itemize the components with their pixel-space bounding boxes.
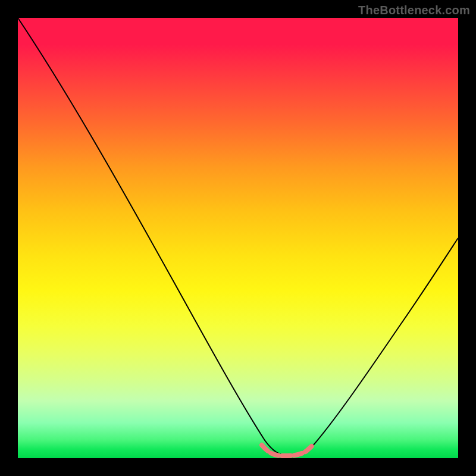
plot-area — [18, 18, 458, 458]
curve-layer — [18, 18, 458, 458]
bottleneck-curve — [18, 18, 458, 456]
chart-frame: TheBottleneck.com — [0, 0, 476, 476]
watermark-text: TheBottleneck.com — [358, 4, 470, 17]
